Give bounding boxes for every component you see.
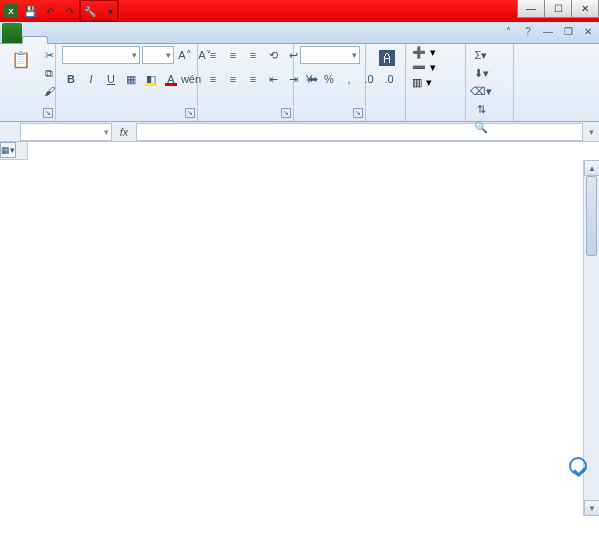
clear-icon[interactable]: ⌫▾ [472,82,490,100]
minimize-ribbon-icon[interactable]: ˄ [501,24,515,38]
font-color-icon[interactable]: A [162,70,180,88]
minimize-button[interactable]: — [517,0,545,18]
cells-label [412,119,459,121]
delete-button[interactable]: ➖▾ [412,61,436,74]
autofill-options-icon[interactable]: ▦▾ [0,142,16,158]
delete-icon: ➖ [412,61,426,74]
font-name-combo[interactable] [62,46,140,64]
bold-icon[interactable]: B [62,70,80,88]
fill-color-icon[interactable]: ◧ [142,70,160,88]
format-icon: ▥ [412,76,422,89]
align-top-icon[interactable]: ≡ [204,46,222,64]
styles-button[interactable]: 🅰 [372,46,402,74]
group-number: ¥ % , .0 .0 ↘ [294,44,366,121]
sort-filter-icon[interactable]: ⇅ [472,100,490,118]
name-box[interactable] [20,123,112,141]
align-left-icon[interactable]: ≡ [204,70,222,88]
tab-data[interactable] [120,37,144,43]
qat-dropdown-icon[interactable]: ▾ [102,3,118,19]
spreadsheet-grid: ▦▾ ▲ ▼ [0,142,599,516]
group-editing: Σ▾ ⬇▾ ⌫▾ ⇅ 🔍 [466,44,514,121]
ribbon-tabs: ˄ ? — ❐ ✕ [0,22,599,44]
increase-font-icon[interactable]: A˄ [176,46,194,64]
group-cells: ➕▾ ➖▾ ▥▾ [406,44,466,121]
group-styles: 🅰 [366,44,406,121]
font-launcher-icon[interactable]: ↘ [185,108,195,118]
clipboard-launcher-icon[interactable]: ↘ [43,108,53,118]
tab-insert[interactable] [48,37,72,43]
number-format-combo[interactable] [300,46,360,64]
alignment-label [204,119,287,121]
autosum-icon[interactable]: Σ▾ [472,46,490,64]
workbook-close-icon[interactable]: ✕ [581,24,595,38]
title-bar: X 💾 ↶ ↷ 🔧 ▾ — ☐ ✕ [0,0,599,22]
decrease-indent-icon[interactable]: ⇤ [264,70,282,88]
quick-access-toolbar: X 💾 ↶ ↷ 🔧 ▾ [0,3,122,19]
tab-view[interactable] [168,37,192,43]
formula-bar: fx ▾ [0,122,599,142]
align-center-icon[interactable]: ≡ [224,70,242,88]
scroll-up-icon[interactable]: ▲ [584,160,599,176]
custom-qat-icon[interactable]: 🔧 [82,3,98,19]
tab-review[interactable] [144,37,168,43]
formula-input[interactable] [136,123,583,141]
help-icon[interactable]: ? [521,24,535,38]
scroll-down-icon[interactable]: ▼ [584,500,599,516]
formula-expand-icon[interactable]: ▾ [583,127,599,137]
underline-icon[interactable]: U [102,70,120,88]
maximize-button[interactable]: ☐ [544,0,572,18]
paste-icon: 📋 [10,48,32,70]
styles-icon: 🅰 [376,48,398,70]
italic-icon[interactable]: I [82,70,100,88]
group-alignment: ≡ ≡ ≡ ⟲ ↩ ≡ ≡ ≡ ⇤ ⇥ ⬌ ↘ [198,44,294,121]
font-size-combo[interactable] [142,46,174,64]
workbook-minimize-icon[interactable]: — [541,24,555,38]
fx-icon[interactable]: fx [112,126,136,138]
file-tab[interactable] [2,23,22,43]
border-icon[interactable]: ▦ [122,70,140,88]
number-label [300,119,359,121]
ribbon: 📋 ✂ ⧉ 🖌 ↘ A˄ A˅ B I U ▦ [0,44,599,122]
styles-group-label [372,108,399,121]
editing-label [472,136,507,138]
insert-button[interactable]: ➕▾ [412,46,436,59]
paste-button[interactable]: 📋 [6,46,36,74]
currency-icon[interactable]: ¥ [300,70,318,88]
font-label [62,119,191,121]
percent-icon[interactable]: % [320,70,338,88]
tab-page-layout[interactable] [72,37,96,43]
save-icon[interactable]: 💾 [22,3,38,19]
align-bottom-icon[interactable]: ≡ [244,46,262,64]
alignment-launcher-icon[interactable]: ↘ [281,108,291,118]
number-launcher-icon[interactable]: ↘ [353,108,363,118]
workbook-restore-icon[interactable]: ❐ [561,24,575,38]
group-font: A˄ A˅ B I U ▦ ◧ A wén ↘ [56,44,198,121]
scroll-thumb[interactable] [586,176,597,256]
group-clipboard: 📋 ✂ ⧉ 🖌 ↘ [0,44,56,121]
align-middle-icon[interactable]: ≡ [224,46,242,64]
clipboard-label [6,119,49,121]
tab-formulas[interactable] [96,37,120,43]
redo-icon[interactable]: ↷ [62,3,78,19]
close-button[interactable]: ✕ [571,0,599,18]
align-right-icon[interactable]: ≡ [244,70,262,88]
excel-icon: X [4,4,18,18]
insert-icon: ➕ [412,46,426,59]
undo-icon[interactable]: ↶ [42,3,58,19]
window-controls: — ☐ ✕ [518,0,599,18]
vertical-scrollbar[interactable]: ▲ ▼ [583,160,599,516]
fill-icon[interactable]: ⬇▾ [472,64,490,82]
tab-home[interactable] [22,36,48,44]
format-cell-button[interactable]: ▥▾ [412,76,432,89]
comma-icon[interactable]: , [340,70,358,88]
orientation-icon[interactable]: ⟲ [264,46,282,64]
find-icon[interactable]: 🔍 [472,118,490,136]
